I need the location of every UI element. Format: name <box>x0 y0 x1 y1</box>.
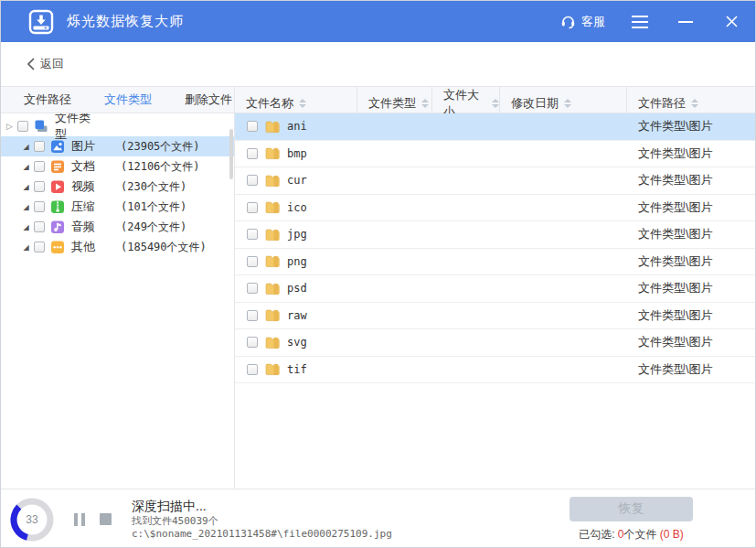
back-button[interactable]: 返回 <box>27 56 64 72</box>
video-icon <box>50 179 65 194</box>
pause-button[interactable] <box>74 513 85 526</box>
file-path: 文件类型\图片 <box>627 329 755 356</box>
file-name: bmp <box>287 147 307 160</box>
tree-item-audio[interactable]: ◢音频(249个文件) <box>1 217 234 237</box>
tree-item-root[interactable]: ▷ 文件类型 <box>1 116 234 136</box>
table-row[interactable]: tif文件类型\图片 <box>235 357 755 384</box>
file-name-cell: jpg <box>235 221 627 248</box>
tree-item-document[interactable]: ◢文档(12106个文件) <box>1 156 234 177</box>
expand-arrow-icon[interactable]: ◢ <box>20 163 32 171</box>
sort-arrows-icon <box>691 99 698 108</box>
checkbox[interactable] <box>34 141 45 152</box>
files-found-text: 找到文件450039个 <box>132 515 392 528</box>
tree-item-count: (230个文件) <box>121 179 186 195</box>
sort-arrows-icon <box>421 99 429 108</box>
tree-item-archive[interactable]: ◢压缩(101个文件) <box>1 197 234 217</box>
checkbox[interactable] <box>247 229 258 240</box>
folder-icon <box>265 146 280 160</box>
tree-scrollbar[interactable] <box>229 129 233 179</box>
minimize-button[interactable] <box>675 11 697 33</box>
tab-deleted-files[interactable]: 删除文件 <box>185 91 232 108</box>
file-name-cell: svg <box>235 329 627 356</box>
close-button[interactable] <box>720 11 742 33</box>
expand-arrow-icon[interactable]: ◢ <box>20 203 32 211</box>
file-path: 文件类型\图片 <box>627 303 755 329</box>
table-row[interactable]: svg文件类型\图片 <box>235 329 755 357</box>
file-name: ico <box>287 201 307 214</box>
checkbox[interactable] <box>34 242 45 253</box>
tree-item-count: (185490个文件) <box>121 240 207 255</box>
selected-unit: 个文件 <box>624 528 657 541</box>
checkbox[interactable] <box>247 364 258 375</box>
table-row[interactable]: cur文件类型\图片 <box>235 167 755 195</box>
table-row[interactable]: psd文件类型\图片 <box>235 275 755 303</box>
layers-icon <box>34 119 48 134</box>
tab-file-type[interactable]: 文件类型 <box>104 91 152 108</box>
tab-file-path[interactable]: 文件路径 <box>24 91 71 108</box>
checkbox[interactable] <box>247 283 258 294</box>
checkbox[interactable] <box>34 161 45 172</box>
file-name: ani <box>287 120 307 133</box>
file-name-cell: raw <box>235 303 627 329</box>
support-button[interactable]: 客服 <box>560 14 605 30</box>
tree-item-other[interactable]: ◢其他(185490个文件) <box>1 237 234 257</box>
sort-arrows-icon <box>564 99 571 108</box>
table-row[interactable]: jpg文件类型\图片 <box>235 221 755 249</box>
table-row[interactable]: ani文件类型\图片 <box>235 113 755 141</box>
support-label: 客服 <box>581 14 605 30</box>
file-path: 文件类型\图片 <box>627 167 755 194</box>
progress-percent: 33 <box>8 496 56 543</box>
tree-item-label: 视频 <box>71 178 108 195</box>
expand-arrow-icon[interactable]: ◢ <box>20 143 32 151</box>
checkbox[interactable] <box>247 202 258 213</box>
checkbox[interactable] <box>247 256 258 267</box>
headset-icon <box>560 14 576 29</box>
archive-icon <box>50 199 65 214</box>
recover-button[interactable]: 恢复 <box>570 497 693 521</box>
checkbox[interactable] <box>247 175 258 186</box>
menu-button[interactable] <box>629 11 651 33</box>
image-icon <box>50 139 65 154</box>
scan-status-text: 深度扫描中... <box>132 499 392 515</box>
file-name: psd <box>287 282 307 295</box>
file-name: tif <box>287 363 307 376</box>
checkbox[interactable] <box>247 337 258 348</box>
tree-item-label: 音频 <box>71 219 108 235</box>
folder-icon <box>265 120 280 134</box>
stop-button[interactable] <box>100 513 112 525</box>
file-path: 文件类型\图片 <box>627 275 755 302</box>
checkbox[interactable] <box>247 148 258 159</box>
checkbox[interactable] <box>34 181 45 192</box>
table-row[interactable]: raw文件类型\图片 <box>235 303 755 330</box>
checkbox[interactable] <box>34 221 45 232</box>
scan-info: 深度扫描中... 找到文件450039个 c:\$noname_20210113… <box>132 499 392 541</box>
tree-item-label: 压缩 <box>71 199 108 215</box>
expand-arrow-icon[interactable]: ◢ <box>20 183 32 191</box>
folder-icon <box>265 308 280 322</box>
file-name: raw <box>287 309 307 322</box>
checkbox[interactable] <box>247 121 258 132</box>
tree-item-image[interactable]: ◢图片(23905个文件) <box>1 136 234 156</box>
tree-item-count: (12106个文件) <box>121 159 200 175</box>
table-row[interactable]: ico文件类型\图片 <box>235 195 755 222</box>
file-type-tree: ▷ 文件类型 ◢图片(23905个文件)◢文档(12106个文件)◢视频(230… <box>1 113 235 489</box>
folder-icon <box>265 336 280 349</box>
folder-icon <box>265 228 280 242</box>
checkbox[interactable] <box>17 121 28 132</box>
close-icon <box>725 15 739 28</box>
table-row[interactable]: bmp文件类型\图片 <box>235 141 755 168</box>
table-row[interactable]: png文件类型\图片 <box>235 249 755 276</box>
tree-item-video[interactable]: ◢视频(230个文件) <box>1 177 234 197</box>
file-name: svg <box>287 336 307 349</box>
selected-summary: 已勾选: 0个文件 (0 B) <box>579 527 684 543</box>
expand-arrow-icon[interactable]: ▷ <box>4 122 16 131</box>
current-file-path: c:\$noname_202101131458#\file0000275109.… <box>132 528 392 541</box>
status-bar: 33 深度扫描中... 找到文件450039个 c:\$noname_20210… <box>1 489 755 548</box>
checkbox[interactable] <box>34 201 45 212</box>
sort-arrows-icon <box>492 99 499 108</box>
expand-arrow-icon[interactable]: ◢ <box>20 243 32 252</box>
folder-icon <box>265 362 280 376</box>
file-name: cur <box>287 174 307 187</box>
checkbox[interactable] <box>247 310 258 321</box>
expand-arrow-icon[interactable]: ◢ <box>20 223 32 231</box>
